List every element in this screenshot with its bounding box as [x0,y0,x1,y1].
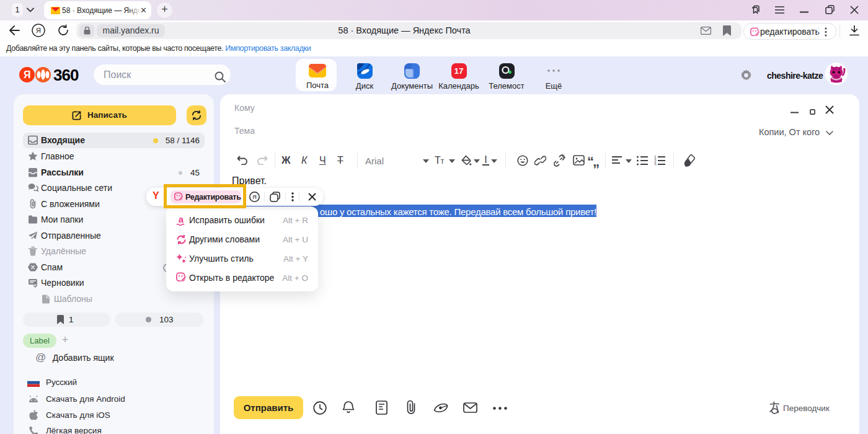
svg-text:3: 3 [654,162,657,166]
svg-text:Я: Я [24,69,31,80]
svg-text:a: a [179,215,184,224]
svg-text:360: 360 [53,66,79,83]
svg-text:Я: Я [36,27,41,34]
svg-text:Я: Я [252,193,257,200]
